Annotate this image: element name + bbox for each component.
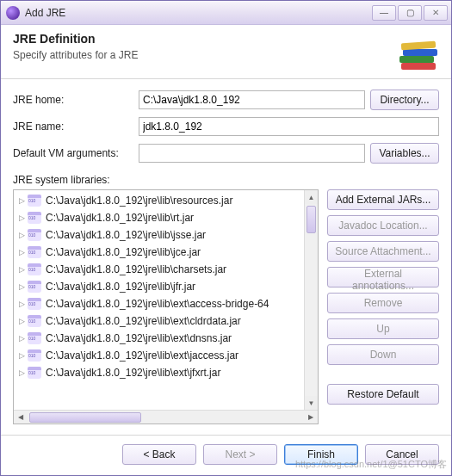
jar-path: C:\Java\jdk1.8.0_192\jre\lib\ext\cldrdat… <box>46 315 241 327</box>
variables-button[interactable]: Variables... <box>370 143 439 164</box>
jar-path: C:\Java\jdk1.8.0_192\jre\lib\jsse.jar <box>46 229 206 241</box>
jar-path: C:\Java\jdk1.8.0_192\jre\lib\jce.jar <box>46 246 201 258</box>
javadoc-location-button[interactable]: Javadoc Location... <box>327 215 439 236</box>
external-annotations-button[interactable]: External annotations... <box>327 267 439 287</box>
row-jre-name: JRE name: <box>13 117 439 136</box>
jar-icon <box>28 332 41 344</box>
list-item[interactable]: ▷C:\Java\jdk1.8.0_192\jre\lib\jfr.jar <box>14 278 318 295</box>
list-item[interactable]: ▷C:\Java\jdk1.8.0_192\jre\lib\ext\dnsns.… <box>14 330 318 347</box>
remove-button[interactable]: Remove <box>327 293 439 313</box>
close-button[interactable]: ✕ <box>424 5 448 21</box>
row-jre-home: JRE home: Directory... <box>13 90 439 110</box>
directory-button[interactable]: Directory... <box>370 90 439 110</box>
expand-icon[interactable]: ▷ <box>17 196 26 205</box>
window-controls: — ▢ ✕ <box>372 5 448 21</box>
list-item[interactable]: ▷C:\Java\jdk1.8.0_192\jre\lib\charsets.j… <box>14 261 318 278</box>
down-button[interactable]: Down <box>327 344 439 365</box>
scroll-up-icon[interactable]: ▲ <box>305 190 318 204</box>
list-item[interactable]: ▷C:\Java\jdk1.8.0_192\jre\lib\resources.… <box>14 192 318 209</box>
jar-icon <box>28 246 41 258</box>
jar-path: C:\Java\jdk1.8.0_192\jre\lib\ext\access-… <box>46 298 269 310</box>
jar-icon <box>28 229 41 241</box>
finish-button[interactable]: Finish <box>284 444 358 465</box>
scroll-right-icon[interactable]: ▶ <box>304 413 318 421</box>
list-item[interactable]: ▷C:\Java\jdk1.8.0_192\jre\lib\ext\access… <box>14 295 318 312</box>
vm-args-input[interactable] <box>139 144 365 163</box>
dialog-body: JRE home: Directory... JRE name: Default… <box>1 79 451 435</box>
titlebar: Add JRE — ▢ ✕ <box>1 1 451 25</box>
source-attachment-button[interactable]: Source Attachment... <box>327 241 439 262</box>
list-item[interactable]: ▷C:\Java\jdk1.8.0_192\jre\lib\ext\jacces… <box>14 347 318 364</box>
expand-icon[interactable]: ▷ <box>17 334 26 343</box>
dialog-window: Add JRE — ▢ ✕ JRE Definition Specify att… <box>0 0 452 476</box>
jar-icon <box>28 212 41 224</box>
expand-icon[interactable]: ▷ <box>17 351 26 360</box>
scroll-left-icon[interactable]: ◀ <box>14 413 28 421</box>
header-text: JRE Definition Specify attributes for a … <box>13 32 389 61</box>
page-title: JRE Definition <box>13 32 389 46</box>
eclipse-icon <box>6 6 20 20</box>
maximize-button[interactable]: ▢ <box>398 5 422 21</box>
jar-icon <box>28 367 41 379</box>
list-item[interactable]: ▷C:\Java\jdk1.8.0_192\jre\lib\rt.jar <box>14 209 318 226</box>
jar-icon <box>28 298 41 310</box>
lib-buttons-column: Add External JARs... Javadoc Location...… <box>327 189 439 424</box>
dialog-header: JRE Definition Specify attributes for a … <box>1 25 451 79</box>
jar-path: C:\Java\jdk1.8.0_192\jre\lib\jfr.jar <box>46 281 195 293</box>
horizontal-scrollbar[interactable]: ◀ ▶ <box>14 410 318 423</box>
list-item[interactable]: ▷C:\Java\jdk1.8.0_192\jre\lib\jsse.jar <box>14 226 318 244</box>
list-viewport: ▷C:\Java\jdk1.8.0_192\jre\lib\resources.… <box>14 190 318 410</box>
jar-icon <box>28 263 41 275</box>
jar-path: C:\Java\jdk1.8.0_192\jre\lib\rt.jar <box>46 212 194 224</box>
scroll-down-icon[interactable]: ▼ <box>305 396 318 410</box>
expand-icon[interactable]: ▷ <box>17 213 26 222</box>
cancel-button[interactable]: Cancel <box>365 444 439 465</box>
jar-path: C:\Java\jdk1.8.0_192\jre\lib\resources.j… <box>46 195 232 207</box>
expand-icon[interactable]: ▷ <box>17 317 26 325</box>
jar-icon <box>28 195 41 207</box>
jar-icon <box>28 349 41 362</box>
row-vm-args: Default VM arguments: Variables... <box>13 143 439 164</box>
jar-icon <box>28 315 41 327</box>
expand-icon[interactable]: ▷ <box>17 368 26 377</box>
add-external-jars-button[interactable]: Add External JARs... <box>327 189 439 210</box>
up-button[interactable]: Up <box>327 318 439 339</box>
scroll-thumb[interactable] <box>306 206 316 233</box>
jar-icon <box>28 281 41 293</box>
list-item[interactable]: ▷C:\Java\jdk1.8.0_192\jre\lib\ext\jfxrt.… <box>14 364 318 381</box>
list-item[interactable]: ▷C:\Java\jdk1.8.0_192\jre\lib\ext\cldrda… <box>14 312 318 330</box>
jar-path: C:\Java\jdk1.8.0_192\jre\lib\ext\dnsns.j… <box>46 332 232 344</box>
expand-icon[interactable]: ▷ <box>17 300 26 308</box>
system-libs-label: JRE system libraries: <box>13 174 439 186</box>
page-subtitle: Specify attributes for a JRE <box>13 49 389 61</box>
minimize-button[interactable]: — <box>372 5 396 21</box>
jre-home-input[interactable] <box>139 90 365 109</box>
back-button[interactable]: < Back <box>122 444 196 465</box>
jre-home-label: JRE home: <box>13 94 133 106</box>
system-libs-list[interactable]: ▷C:\Java\jdk1.8.0_192\jre\lib\resources.… <box>13 189 319 424</box>
expand-icon[interactable]: ▷ <box>17 231 26 239</box>
expand-icon[interactable]: ▷ <box>17 282 26 291</box>
jar-path: C:\Java\jdk1.8.0_192\jre\lib\ext\jfxrt.j… <box>46 367 220 379</box>
vm-args-label: Default VM arguments: <box>13 147 133 159</box>
hscroll-thumb[interactable] <box>29 412 141 423</box>
vertical-scrollbar[interactable]: ▲ ▼ <box>304 190 318 410</box>
next-button: Next > <box>203 444 277 465</box>
books-icon <box>396 32 441 70</box>
list-item[interactable]: ▷C:\Java\jdk1.8.0_192\jre\lib\jce.jar <box>14 244 318 261</box>
restore-default-button[interactable]: Restore Default <box>327 384 439 405</box>
expand-icon[interactable]: ▷ <box>17 248 26 257</box>
jar-path: C:\Java\jdk1.8.0_192\jre\lib\ext\jaccess… <box>46 349 238 362</box>
jre-name-input[interactable] <box>139 117 439 136</box>
system-libs-area: ▷C:\Java\jdk1.8.0_192\jre\lib\resources.… <box>13 189 439 424</box>
jre-name-label: JRE name: <box>13 121 133 133</box>
dialog-footer: < Back Next > Finish Cancel <box>1 435 451 475</box>
expand-icon[interactable]: ▷ <box>17 265 26 274</box>
window-title: Add JRE <box>25 7 372 19</box>
jar-path: C:\Java\jdk1.8.0_192\jre\lib\charsets.ja… <box>46 263 226 275</box>
